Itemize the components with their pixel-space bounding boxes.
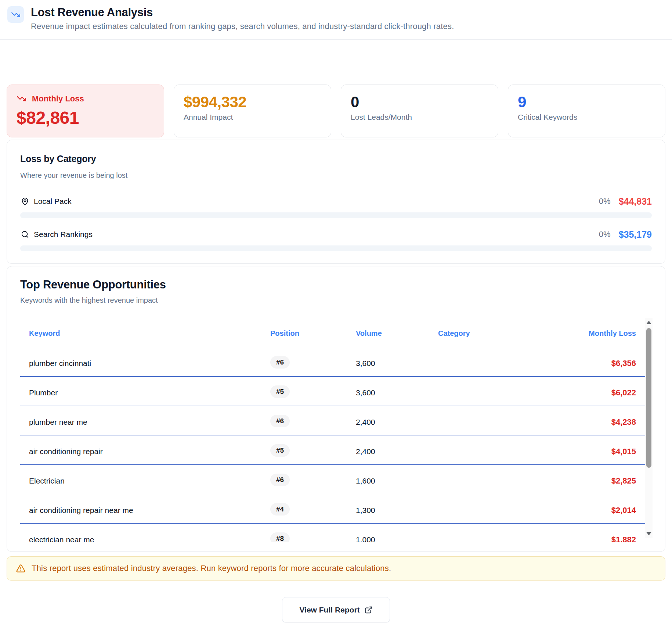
keyword-cell: plumber near me	[20, 418, 270, 427]
page-subtitle: Revenue impact estimates calculated from…	[31, 22, 454, 31]
position-badge: #8	[270, 532, 290, 542]
table-row: electrician near me #8 1,000 $1,882	[20, 524, 645, 542]
external-link-icon	[365, 606, 373, 614]
stat-value: $994,332	[184, 94, 321, 111]
category-amount: $35,179	[619, 229, 652, 240]
stat-label: Lost Leads/Month	[351, 112, 488, 122]
keyword-cell: plumber cincinnati	[20, 359, 270, 368]
keyword-cell: Plumber	[20, 388, 270, 397]
category-row-local-pack: Local Pack 0% $44,831	[20, 196, 652, 218]
position-badge: #5	[270, 444, 290, 457]
volume-cell: 1,300	[356, 506, 438, 515]
monthly-loss-cell: $4,015	[578, 447, 645, 456]
keywords-table: Keyword Position Volume Category Monthly…	[20, 318, 645, 542]
scrollbar-thumb[interactable]	[646, 328, 651, 468]
loss-by-category-card: Loss by Category Where your revenue is b…	[7, 140, 665, 264]
column-header-keyword[interactable]: Keyword	[20, 329, 270, 338]
stat-card-annual-impact: $994,332 Annual Impact	[174, 85, 331, 137]
table-header-row: Keyword Position Volume Category Monthly…	[20, 318, 645, 347]
position-cell: #5	[270, 444, 356, 457]
monthly-loss-cell: $1,882	[578, 535, 645, 542]
section-subtitle: Where your revenue is being lost	[20, 171, 652, 180]
progress-bar	[20, 245, 652, 251]
column-header-category[interactable]: Category	[438, 329, 578, 338]
column-header-position[interactable]: Position	[270, 329, 356, 338]
stat-value: 9	[518, 94, 655, 111]
scrollbar-down-arrow-icon[interactable]	[646, 532, 651, 535]
position-cell: #5	[270, 385, 356, 398]
progress-bar	[20, 212, 652, 218]
monthly-loss-cell: $4,238	[578, 417, 645, 427]
monthly-loss-cell: $2,825	[578, 476, 645, 486]
stat-label: Critical Keywords	[518, 112, 655, 122]
stats-row: Monthly Loss $82,861 $994,332 Annual Imp…	[7, 85, 665, 137]
button-label: View Full Report	[299, 606, 360, 614]
page-title: Lost Revenue Analysis	[31, 6, 454, 19]
volume-cell: 1,000	[356, 535, 438, 542]
position-badge: #6	[270, 474, 290, 486]
keywords-table-scroll-area[interactable]: Keyword Position Volume Category Monthly…	[20, 318, 653, 542]
position-badge: #4	[270, 503, 290, 516]
search-icon	[21, 230, 29, 238]
position-cell: #6	[270, 356, 356, 369]
volume-cell: 3,600	[356, 359, 438, 368]
stat-card-monthly-loss: Monthly Loss $82,861	[7, 85, 164, 137]
keyword-cell: air conditioning repair near me	[20, 506, 270, 515]
category-amount: $44,831	[619, 196, 652, 207]
keyword-cell: electrician near me	[20, 535, 270, 542]
position-cell: #4	[270, 503, 356, 516]
volume-cell: 1,600	[356, 477, 438, 485]
keyword-cell: Electrician	[20, 477, 270, 485]
monthly-loss-cell: $2,014	[578, 506, 645, 515]
category-row-search-rankings: Search Rankings 0% $35,179	[20, 229, 652, 251]
position-badge: #6	[270, 415, 290, 427]
scrollbar-up-arrow-icon[interactable]	[646, 321, 651, 324]
stat-label: Annual Impact	[184, 112, 321, 122]
volume-cell: 2,400	[356, 447, 438, 456]
table-row: plumber near me #6 2,400 $4,238	[20, 406, 645, 435]
stat-card-critical-keywords: 9 Critical Keywords	[508, 85, 665, 137]
category-label: Search Rankings	[34, 230, 93, 239]
trending-down-icon	[7, 6, 24, 23]
table-row: Electrician #6 1,600 $2,825	[20, 465, 645, 494]
position-badge: #5	[270, 385, 290, 398]
table-row: air conditioning repair #5 2,400 $4,015	[20, 435, 645, 465]
monthly-loss-cell: $6,356	[578, 359, 645, 368]
table-row: plumber cincinnati #6 3,600 $6,356	[20, 347, 645, 377]
map-pin-icon	[21, 197, 29, 205]
category-percent: 0%	[599, 197, 611, 206]
page-header: Lost Revenue Analysis Revenue impact est…	[0, 0, 672, 40]
stat-card-lost-leads: 0 Lost Leads/Month	[341, 85, 498, 137]
section-title: Top Revenue Opportunities	[20, 278, 652, 291]
warning-banner: This report uses estimated industry aver…	[7, 556, 665, 581]
volume-cell: 2,400	[356, 418, 438, 427]
position-cell: #6	[270, 474, 356, 486]
warning-text: This report uses estimated industry aver…	[32, 564, 391, 573]
category-label: Local Pack	[34, 197, 72, 206]
section-subtitle: Keywords with the highest revenue impact	[20, 296, 652, 305]
stat-value: $82,861	[17, 108, 154, 127]
position-cell: #6	[270, 415, 356, 427]
keyword-cell: air conditioning repair	[20, 447, 270, 456]
trending-down-icon	[17, 94, 26, 104]
position-badge: #6	[270, 356, 290, 369]
top-revenue-opportunities-card: Top Revenue Opportunities Keywords with …	[7, 266, 665, 552]
scrollbar[interactable]	[645, 318, 653, 538]
view-full-report-button[interactable]: View Full Report	[282, 597, 390, 622]
column-header-monthly-loss[interactable]: Monthly Loss	[578, 329, 645, 338]
table-row: Plumber #5 3,600 $6,022	[20, 377, 645, 406]
section-title: Loss by Category	[20, 153, 652, 165]
stat-label: Monthly Loss	[32, 94, 84, 104]
category-percent: 0%	[599, 230, 611, 239]
stat-value: 0	[351, 94, 488, 111]
monthly-loss-cell: $6,022	[578, 388, 645, 398]
table-row: air conditioning repair near me #4 1,300…	[20, 494, 645, 524]
warning-triangle-icon	[16, 564, 26, 574]
position-cell: #8	[270, 532, 356, 542]
column-header-volume[interactable]: Volume	[356, 329, 438, 338]
volume-cell: 3,600	[356, 388, 438, 397]
